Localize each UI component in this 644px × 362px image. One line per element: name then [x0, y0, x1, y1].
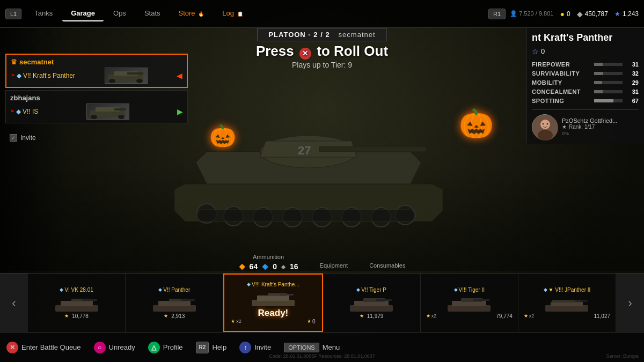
top-nav: L1 Tanks Garage Ops Stats Store 🔥 Log 📋 … — [0, 0, 644, 28]
slot-name-vk2801: ◆ V! VK 28.01 — [60, 287, 93, 293]
svg-rect-45 — [376, 299, 392, 301]
carousel-prev[interactable]: ‹ — [0, 274, 28, 333]
tank-image: 27 — [142, 82, 464, 232]
svg-rect-49 — [473, 299, 489, 301]
slot-name-jpanther-ii: ◆ ▼ V!!! JPanther II — [544, 287, 591, 293]
tank-slot-panther[interactable]: ◆ V!! Panther ★ 2,913 — [126, 274, 223, 332]
member-name-self: ♛ secmatnet — [11, 58, 182, 66]
currency-display: 👤 7,520 / 9,801 ● 0 ◆ 450,787 ★ 1,243 — [510, 10, 639, 18]
ammo-count: 🔶 64 🔷 0 ◈ 16 — [239, 262, 298, 271]
svg-rect-35 — [158, 301, 191, 306]
svg-point-23 — [91, 115, 97, 119]
stats-list: FIREPOWER 31 SURVIVABILITY 32 MOBILITY 2… — [532, 61, 639, 104]
tab-ops[interactable]: Ops — [105, 6, 135, 21]
tab-garage[interactable]: Garage — [62, 6, 104, 21]
version-info: Code: 28.01.01.8055F Resources: 28.01.01… — [269, 350, 375, 360]
stat-concealment: CONCEALMENT 31 — [532, 88, 639, 95]
rating-star: ☆ — [532, 47, 539, 56]
l1-button[interactable]: L1 — [5, 9, 21, 19]
ammo-row: Ammunition 🔶 64 🔷 0 ◈ 16 Equipment Consu… — [239, 254, 406, 271]
invite-btn[interactable]: ✓ Invite — [5, 132, 188, 144]
svg-rect-17 — [127, 72, 143, 75]
o-icon: ○ — [94, 342, 106, 353]
svg-rect-53 — [575, 300, 588, 302]
member-tank-self: ⚑ ◆ V!! Kraft's Panther ◀ — [11, 68, 182, 84]
member-tank-other: ⚑ ◆ V!! IS ▶ — [10, 104, 183, 120]
ready-arrow: ◀ — [177, 71, 182, 80]
r2-icon: R2 — [196, 342, 209, 353]
stat-bar-spotting — [594, 99, 623, 102]
svg-point-19 — [136, 79, 143, 83]
tank-slot-tiger-p[interactable]: ◆ V!! Tiger P ★ 11,979 — [323, 274, 421, 332]
help-action[interactable]: R2 Help — [196, 342, 227, 353]
roll-out-text: Press ✕ to Roll Out — [256, 43, 388, 60]
svg-rect-14 — [197, 210, 415, 221]
gold-currency: ● 0 — [560, 10, 570, 18]
svg-point-26 — [540, 120, 550, 129]
platoon-member-self: ♛ secmatnet ⚑ ◆ V!! Kraft's Panther ◀ — [5, 54, 188, 88]
tank-img-panther — [153, 294, 196, 313]
platoon-bar: PLATOON - 2 / 2 secmatnet — [257, 28, 386, 41]
server-info: Server: Europe — [606, 350, 639, 360]
tank-name-other: ⚑ ◆ V!! IS — [10, 108, 38, 115]
tank-img-krafts — [252, 289, 295, 308]
svg-rect-41 — [280, 294, 294, 295]
free-xp-currency: ★ 1,243 — [614, 10, 639, 18]
crew-exp: 0% — [562, 131, 617, 136]
enter-battle-action[interactable]: ✕ Enter Battle Queue — [6, 342, 81, 353]
tank-stats-title: nt Kraft's Panther — [532, 32, 639, 44]
platoon-label: PLATOON - 2 / 2 — [268, 31, 330, 39]
ready-arrow-other: ▶ — [177, 107, 183, 116]
tank-img-tiger-p — [350, 294, 393, 313]
stat-bar-mobility — [594, 81, 623, 84]
invite-action[interactable]: ↑ Invite — [239, 342, 271, 353]
svg-rect-31 — [61, 301, 93, 306]
slot-bottom-tiger-ii: ★ x2 79,774 — [423, 313, 516, 319]
stat-bar-firepower — [594, 63, 623, 66]
svg-point-28 — [543, 123, 544, 124]
crew-rank: ★ Rank: 1/17 — [562, 124, 617, 130]
stat-bar-concealment — [594, 90, 623, 93]
stat-survivability: SURVIVABILITY 32 — [532, 70, 639, 77]
x2-badge-jpanther: ★ x2 — [524, 313, 535, 319]
slot-name-panther: ◆ V!! Panther — [158, 287, 190, 293]
svg-rect-51 — [551, 302, 583, 306]
slot-bottom-jpanther: ★ x2 11,027 — [521, 313, 613, 319]
x0-badge-right: ★ 0 — [307, 319, 316, 324]
tier-info: Plays up to Tier: 9 — [256, 61, 388, 69]
equipment-section: Equipment — [320, 262, 348, 271]
invite-checkbox[interactable]: ✓ — [10, 134, 17, 142]
tab-log[interactable]: Log 📋 — [214, 6, 251, 21]
x-icon: ✕ — [6, 342, 18, 353]
stat-firepower: FIREPOWER 31 — [532, 61, 639, 68]
tank-carousel: ‹ ◆ V! VK 28.01 ★ 10,778 ◆ V!! Panther — [0, 273, 644, 332]
stat-spotting: SPOTTING 67 — [532, 98, 639, 104]
member-name-other: zbhajans — [10, 94, 183, 102]
tank-slot-vk2801[interactable]: ◆ V! VK 28.01 ★ 10,778 — [28, 274, 126, 332]
roll-out-button[interactable]: ✕ — [299, 48, 311, 60]
tank-img-tiger-ii — [448, 294, 491, 313]
tank-slot-krafts-panther[interactable]: ◆ V!!! Kraft's Panthe... Ready! ★ x2 ★ 0 — [223, 274, 323, 332]
ready-label: Ready! — [258, 308, 289, 319]
tank-slot-tiger-ii[interactable]: ◆ V!!! Tiger II ★ x2 79,774 — [421, 274, 518, 332]
svg-point-29 — [547, 123, 548, 124]
unready-action[interactable]: ○ Unready — [94, 342, 135, 353]
tank-img-jpanther-ii — [545, 294, 588, 313]
crown-icon: ♛ — [11, 58, 17, 66]
profile-action[interactable]: △ Profile — [148, 342, 183, 353]
svg-rect-4 — [319, 146, 427, 152]
nav-tabs: Tanks Garage Ops Stats Store 🔥 Log 📋 — [26, 6, 488, 21]
carousel-next[interactable]: › — [616, 274, 644, 333]
tab-stats[interactable]: Stats — [136, 6, 169, 21]
slot-name-krafts: ◆ V!!! Kraft's Panthe... — [247, 282, 299, 287]
slot-name-tiger-p: ◆ V!! Tiger P — [356, 287, 386, 293]
consumables-section: Consumables — [369, 262, 405, 271]
platoon-member-other: zbhajans ⚑ ◆ V!! IS ▶ — [5, 90, 188, 123]
r1-button[interactable]: R1 — [488, 9, 506, 19]
tank-slot-jpanther-ii[interactable]: ◆ ▼ V!!! JPanther II ★ x2 11,027 — [518, 274, 616, 332]
platoon-player: secmatnet — [339, 31, 376, 39]
tab-store[interactable]: Store 🔥 — [170, 6, 213, 21]
svg-point-27 — [538, 130, 553, 141]
tab-tanks[interactable]: Tanks — [26, 6, 61, 21]
slot-name-tiger-ii: ◆ V!!! Tiger II — [454, 287, 485, 293]
